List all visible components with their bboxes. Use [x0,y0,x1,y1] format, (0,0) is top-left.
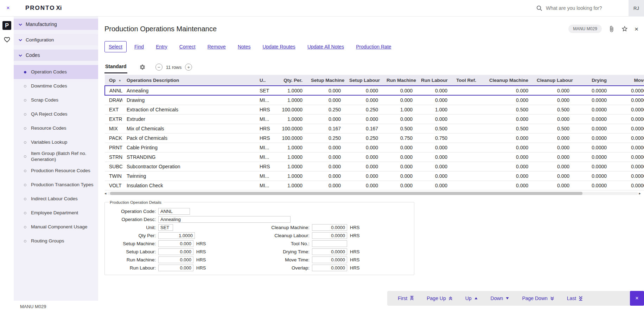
table-row[interactable]: DRAWDrawingMI...1.00000.0000.0000.0000.0… [105,95,644,105]
table-row[interactable]: TWINTwinningMI...1.00000.0000.0000.0000.… [105,171,644,181]
column-header-operations-description[interactable]: Operations Description [122,75,255,86]
field-drying-time-input[interactable] [312,248,347,255]
global-search-input[interactable] [546,5,629,11]
scroll-left-icon[interactable]: ◀ [104,192,106,195]
table-row[interactable]: ANNLAnnealingSET1.00000.0000.0000.0000.0… [105,86,644,95]
column-header-setup-machine[interactable]: Setup Machine [307,75,345,86]
sidebar-section-configuration[interactable]: Configuration [14,34,98,45]
cell: 0.000 [307,86,345,95]
column-header-tool-ref[interactable]: Tool Ref. [452,75,480,86]
column-header-run-labour[interactable]: Run Labour [417,75,452,86]
horizontal-scrollbar[interactable]: ◀ ▶ [104,191,641,196]
nav-last-button[interactable]: Last [567,295,583,301]
action-select-button[interactable]: Select [104,41,127,52]
nav-button-label: Page Up [427,295,446,301]
search-icon[interactable] [536,5,542,11]
field-cleanup-machine-input[interactable] [312,224,347,231]
increase-rows-button[interactable]: + [185,64,192,71]
action-find-button[interactable]: Find [130,41,148,52]
action-notes-button[interactable]: Notes [234,41,255,52]
scroll-right-icon[interactable]: ▶ [639,192,641,195]
cell: 0.000 [345,114,382,124]
pronto-p-logo[interactable]: P [2,21,11,30]
sidebar-item-variables-lookup[interactable]: Variables Lookup [14,135,98,149]
column-header-cleanup-labour[interactable]: Cleanup Labour [533,75,574,86]
sidebar-item-label: Production Transaction Types [31,182,94,188]
field-operation-desc-input[interactable] [158,216,291,223]
scroll-track[interactable] [107,192,638,195]
table-row[interactable]: PACKPack of ChemicalsHRS100.00000.2500.2… [105,133,644,143]
column-header-cleanup-machine[interactable]: Cleanup Machine [480,75,533,86]
action-update-all-notes-button[interactable]: Update All Notes [303,41,348,52]
form-field: Overlap:HRS [254,264,359,272]
table-row[interactable]: EXTExtraction of ChemicalsHRS100.00000.2… [105,105,644,114]
table-row[interactable]: VOLTInsulation CheckMI...1.00000.0000.00… [105,181,644,190]
tab-standard[interactable]: Standard [104,61,127,73]
cell [452,181,480,190]
field-operation-code-input[interactable] [158,208,190,215]
favourite-star-icon[interactable] [621,25,628,32]
sidebar-item-production-transaction-types[interactable]: Production Transaction Types [14,178,98,192]
field-tool-no-input[interactable] [312,240,347,247]
field-qty-per-input[interactable] [158,232,195,239]
field-move-time-input[interactable] [312,256,347,263]
screen-close-icon[interactable]: × [635,26,638,32]
sidebar-item-employee-department[interactable]: Employee Department [14,206,98,220]
sidebar-section-manufacturing[interactable]: Manufacturing [14,19,98,30]
sidebar-item-scrap-codes[interactable]: Scrap Codes [14,93,98,107]
action-production-rate-button[interactable]: Production Rate [352,41,395,52]
sidebar-item-indirect-labour-codes[interactable]: Indirect Labour Codes [14,192,98,206]
field-setup-machine-input[interactable] [158,240,193,247]
table-row[interactable]: PRNTCable PrintingMI...1.00000.0000.0000… [105,143,644,152]
bullet-icon [24,170,26,172]
table-row[interactable]: STRNSTRANDINGMI...1.00000.0000.0000.0000… [105,152,644,162]
field-label: Run Labour: [109,265,158,271]
field-overlap-input[interactable] [312,265,347,271]
field-unit-input[interactable] [158,224,173,231]
sidebar-item-routing-groups[interactable]: Routing Groups [14,234,98,248]
action-entry-button[interactable]: Entry [152,41,172,52]
sidebar-item-resource-codes[interactable]: Resource Codes [14,121,98,135]
action-update-routes-button[interactable]: Update Routes [258,41,299,52]
column-header-setup-labour[interactable]: Setup Labour [345,75,382,86]
sidebar-item-downtime-codes[interactable]: Downtime Codes [14,79,98,93]
sidebar-section-label: Codes [26,52,40,58]
table-row[interactable]: EXTRExtruderMI...1.00000.0000.0000.0000.… [105,114,644,124]
column-header-u[interactable]: U.. [255,75,276,86]
gear-icon[interactable] [139,64,146,70]
column-header-op[interactable]: Op▲ [105,75,122,86]
sidebar-item-production-resource-codes[interactable]: Production Resource Codes [14,164,98,178]
nav-down-button[interactable]: Down [491,295,510,301]
nav-up-button[interactable]: Up [465,295,478,301]
column-header-drying[interactable]: Drying [574,75,611,86]
nav-page-down-button[interactable]: Page Down [522,295,554,301]
sidebar-item-item-group-batch-ref-no-generation[interactable]: Item Group (Batch Ref no. Generation) [14,149,98,164]
field-cleanup-labour-input[interactable] [312,232,347,239]
sidebar-item-qa-reject-codes[interactable]: QA Reject Codes [14,107,98,121]
cell: 0.000 [382,95,417,105]
column-header-run-machine[interactable]: Run Machine [382,75,417,86]
column-header-move[interactable]: Move [611,75,644,86]
table-row[interactable]: MIXMix of ChemicalsHRS100.00000.1670.167… [105,124,644,133]
column-header-qty-per[interactable]: Qty. Per. [276,75,307,86]
column-header-label: Cleanup Machine [489,78,528,83]
sidebar-item-operation-codes[interactable]: Operation Codes [14,65,98,79]
nav-page-up-button[interactable]: Page Up [427,295,452,301]
favourites-heart-icon[interactable] [4,36,11,43]
table-row[interactable]: SUBCSubcontractor OperationHRS1.00000.00… [105,162,644,171]
nav-first-button[interactable]: First [398,295,414,301]
sidebar-item-manual-component-usage[interactable]: Manual Component Usage [14,220,98,234]
record-nav-close-button[interactable]: × [630,291,644,306]
attachment-paperclip-icon[interactable] [608,26,615,32]
action-remove-button[interactable]: Remove [203,41,230,52]
decrease-rows-button[interactable]: − [155,64,162,71]
scroll-thumb[interactable] [110,192,582,195]
sidebar-section-codes[interactable]: Codes [14,50,98,61]
field-unit-label: HRS [350,225,359,230]
action-correct-button[interactable]: Correct [175,41,200,52]
field-run-machine-input[interactable] [158,256,193,263]
field-run-labour-input[interactable] [158,265,193,271]
avatar[interactable]: RJ [629,0,644,17]
field-setup-labour-input[interactable] [158,248,193,255]
window-close-icon[interactable]: × [0,5,16,11]
